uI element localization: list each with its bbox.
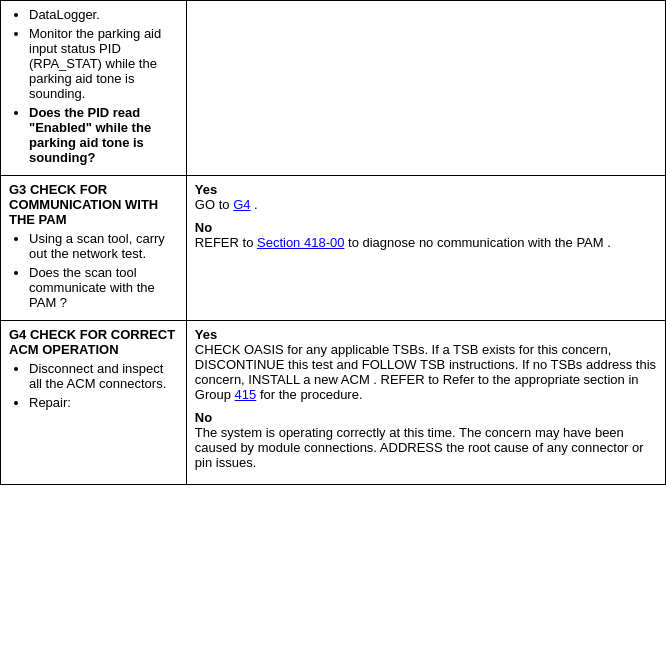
G4-right-cell: Yes CHECK OASIS for any applicable TSBs.… bbox=[186, 321, 665, 485]
G4-title: G4 CHECK FOR CORRECT ACM OPERATION bbox=[9, 327, 178, 357]
G3-yes-block: Yes GO to G4 . bbox=[195, 182, 657, 212]
top-left-list: DataLogger. Monitor the parking aid inpu… bbox=[25, 7, 178, 165]
G4-no-label: No bbox=[195, 410, 212, 425]
G4-yes-block: Yes CHECK OASIS for any applicable TSBs.… bbox=[195, 327, 657, 402]
top-left-cell: DataLogger. Monitor the parking aid inpu… bbox=[1, 1, 187, 176]
G4-no-block: No The system is operating correctly at … bbox=[195, 410, 657, 470]
list-item: Disconnect and inspect all the ACM conne… bbox=[29, 361, 178, 391]
G3-left-cell: G3 CHECK FOR COMMUNICATION WITH THE PAM … bbox=[1, 176, 187, 321]
G3-yes-label: Yes bbox=[195, 182, 217, 197]
G3-right-cell: Yes GO to G4 . No REFER to Section 418-0… bbox=[186, 176, 665, 321]
G3-title: G3 CHECK FOR COMMUNICATION WITH THE PAM bbox=[9, 182, 178, 227]
G3-no-text-after: to diagnose no communication with the PA… bbox=[344, 235, 610, 250]
list-item: Does the scan tool communicate with the … bbox=[29, 265, 178, 310]
G3-no-link[interactable]: Section 418-00 bbox=[257, 235, 344, 250]
row-G3: G3 CHECK FOR COMMUNICATION WITH THE PAM … bbox=[1, 176, 666, 321]
G3-yes-text: GO to bbox=[195, 197, 233, 212]
G3-list: Using a scan tool, carry out the network… bbox=[25, 231, 178, 310]
row-G4: G4 CHECK FOR CORRECT ACM OPERATION Disco… bbox=[1, 321, 666, 485]
G4-yes-link[interactable]: 415 bbox=[235, 387, 257, 402]
G4-yes-label: Yes bbox=[195, 327, 217, 342]
G3-no-text: REFER to bbox=[195, 235, 257, 250]
list-item: Repair: bbox=[29, 395, 178, 410]
top-right-cell bbox=[186, 1, 665, 176]
list-item: Using a scan tool, carry out the network… bbox=[29, 231, 178, 261]
G3-no-label: No bbox=[195, 220, 212, 235]
list-item: DataLogger. bbox=[29, 7, 178, 22]
G3-yes-link[interactable]: G4 bbox=[233, 197, 250, 212]
G3-yes-text-after: . bbox=[251, 197, 258, 212]
list-item: Monitor the parking aid input status PID… bbox=[29, 26, 178, 101]
G4-no-text: The system is operating correctly at thi… bbox=[195, 425, 644, 470]
G4-yes-text-after: for the procedure. bbox=[256, 387, 362, 402]
G3-no-block: No REFER to Section 418-00 to diagnose n… bbox=[195, 220, 657, 250]
list-item: Does the PID read "Enabled" while the pa… bbox=[29, 105, 178, 165]
G4-list: Disconnect and inspect all the ACM conne… bbox=[25, 361, 178, 410]
G4-left-cell: G4 CHECK FOR CORRECT ACM OPERATION Disco… bbox=[1, 321, 187, 485]
